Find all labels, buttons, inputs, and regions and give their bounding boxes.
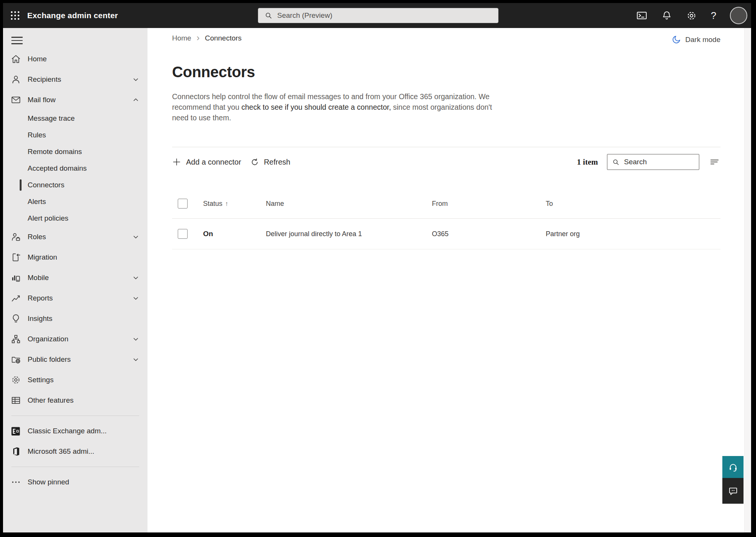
sidebar-item-label: Mail flow xyxy=(28,96,56,104)
sidebar-item-label: Organization xyxy=(28,335,68,343)
powershell-button[interactable] xyxy=(636,10,647,21)
item-count: 1 item xyxy=(577,157,598,167)
column-header-to[interactable]: To xyxy=(546,199,553,207)
floating-buttons xyxy=(722,456,744,504)
sidebar-item-organization[interactable]: Organization xyxy=(3,329,147,349)
breadcrumb-current[interactable]: Connectors xyxy=(205,34,242,42)
column-header-from[interactable]: From xyxy=(432,199,448,207)
sidebar-item-message-trace[interactable]: Message trace xyxy=(3,110,147,127)
sidebar-item-label: Mobile xyxy=(28,274,49,282)
collapse-nav-button[interactable] xyxy=(11,36,23,45)
lightbulb-icon xyxy=(11,313,21,324)
sidebar-item-home[interactable]: Home xyxy=(3,49,147,69)
column-header-status[interactable]: Status↑ xyxy=(203,199,228,207)
row-to: Partner org xyxy=(546,230,580,238)
sidebar-item-mail-flow[interactable]: Mail flow xyxy=(3,90,147,110)
sidebar-item-accepted-domains[interactable]: Accepted domains xyxy=(3,160,147,177)
microsoft-365-logo-icon xyxy=(11,446,21,457)
sidebar-item-connectors[interactable]: Connectors xyxy=(3,177,147,193)
gear-icon xyxy=(686,10,697,21)
row-status: On xyxy=(203,230,213,238)
vertical-scrollbar[interactable] xyxy=(744,28,751,532)
breadcrumb: Home › Connectors xyxy=(172,33,720,43)
add-connector-button[interactable]: Add a connector xyxy=(172,157,241,167)
sidebar-item-remote-domains[interactable]: Remote domains xyxy=(3,143,147,160)
exchange-admin-window: Exchange admin center xyxy=(3,3,751,532)
topbar-actions: ? xyxy=(636,7,751,24)
table-grid-icon xyxy=(11,395,21,406)
home-icon xyxy=(11,54,21,64)
gear-icon xyxy=(11,375,21,385)
sidebar-item-rules[interactable]: Rules xyxy=(3,127,147,143)
plus-icon xyxy=(172,157,181,167)
sidebar-item-public-folders[interactable]: Public folders xyxy=(3,349,147,370)
sidebar-item-recipients[interactable]: Recipients xyxy=(3,69,147,90)
sidebar-item-label: Classic Exchange adm... xyxy=(28,427,107,435)
sidebar-item-label: Reports xyxy=(28,294,53,302)
list-search-input[interactable] xyxy=(624,158,694,166)
nav-list: Home Recipients Mai xyxy=(3,49,147,492)
sidebar-item-insights[interactable]: Insights xyxy=(3,308,147,329)
row-name[interactable]: Deliver journal directly to Area 1 xyxy=(266,230,362,238)
list-search[interactable] xyxy=(607,154,699,170)
line-chart-icon xyxy=(11,293,21,304)
folder-globe-icon xyxy=(11,354,21,365)
row-checkbox[interactable] xyxy=(178,229,188,239)
sidebar-divider xyxy=(11,416,139,416)
headset-icon xyxy=(728,462,738,472)
sidebar-item-classic-exchange[interactable]: Classic Exchange adm... xyxy=(3,421,147,441)
sidebar-item-label: Microsoft 365 admi... xyxy=(28,447,94,456)
envelope-icon xyxy=(11,95,21,105)
chevron-down-icon xyxy=(132,76,139,83)
sidebar-item-microsoft-365-admin[interactable]: Microsoft 365 admi... xyxy=(3,441,147,462)
add-connector-label: Add a connector xyxy=(186,158,241,167)
sidebar-item-other-features[interactable]: Other features xyxy=(3,390,147,411)
sidebar-item-label: Alert policies xyxy=(28,214,68,223)
column-header-name[interactable]: Name xyxy=(266,199,284,207)
dark-mode-toggle[interactable]: Dark mode xyxy=(672,35,720,44)
waffle-icon xyxy=(10,11,20,20)
breadcrumb-home-link[interactable]: Home xyxy=(172,34,191,42)
sidebar: Home Recipients Mai xyxy=(3,28,147,532)
sidebar-item-label: Alerts xyxy=(28,198,46,206)
sidebar-item-alerts[interactable]: Alerts xyxy=(3,193,147,210)
sidebar-item-reports[interactable]: Reports xyxy=(3,288,147,308)
sidebar-item-roles[interactable]: Roles xyxy=(3,227,147,247)
sidebar-item-show-pinned[interactable]: Show pinned xyxy=(3,472,147,492)
sidebar-item-label: Connectors xyxy=(28,181,64,189)
sidebar-item-mobile[interactable]: Mobile xyxy=(3,268,147,288)
list-toolbar: Add a connector Refresh 1 item xyxy=(172,147,720,177)
sidebar-item-settings[interactable]: Settings xyxy=(3,370,147,390)
sidebar-item-label: Other features xyxy=(28,396,73,405)
search-icon xyxy=(264,11,273,20)
table-row[interactable]: On Deliver journal directly to Area 1 O3… xyxy=(172,219,720,249)
select-all-checkbox[interactable] xyxy=(178,199,188,209)
sidebar-divider xyxy=(11,467,139,467)
create-connector-check-link[interactable]: check to see if you should create a conn… xyxy=(241,103,391,111)
filter-lines-icon xyxy=(709,156,720,168)
ellipsis-icon xyxy=(11,477,21,487)
help-support-button[interactable] xyxy=(722,456,744,478)
app-launcher-button[interactable] xyxy=(3,3,27,28)
sort-ascending-icon: ↑ xyxy=(225,200,228,207)
mobile-icon xyxy=(11,272,21,283)
help-button[interactable]: ? xyxy=(711,11,716,20)
page-description: Connectors help control the flow of emai… xyxy=(172,91,497,123)
global-search-input[interactable] xyxy=(277,11,492,20)
settings-button[interactable] xyxy=(686,10,697,21)
refresh-button[interactable]: Refresh xyxy=(250,158,290,167)
global-search[interactable] xyxy=(258,8,498,23)
sidebar-item-label: Rules xyxy=(28,131,46,139)
sidebar-item-migration[interactable]: Migration xyxy=(3,247,147,268)
filter-rows-button[interactable] xyxy=(708,156,720,168)
feedback-button[interactable] xyxy=(722,478,744,504)
sidebar-item-alert-policies[interactable]: Alert policies xyxy=(3,210,147,227)
chevron-up-icon xyxy=(132,97,139,103)
sidebar-item-label: Message trace xyxy=(28,114,75,123)
refresh-label: Refresh xyxy=(264,158,290,167)
search-icon xyxy=(612,158,620,166)
account-avatar[interactable] xyxy=(730,7,747,24)
roles-icon xyxy=(11,232,21,242)
notifications-button[interactable] xyxy=(661,10,672,21)
row-from: O365 xyxy=(432,230,449,238)
